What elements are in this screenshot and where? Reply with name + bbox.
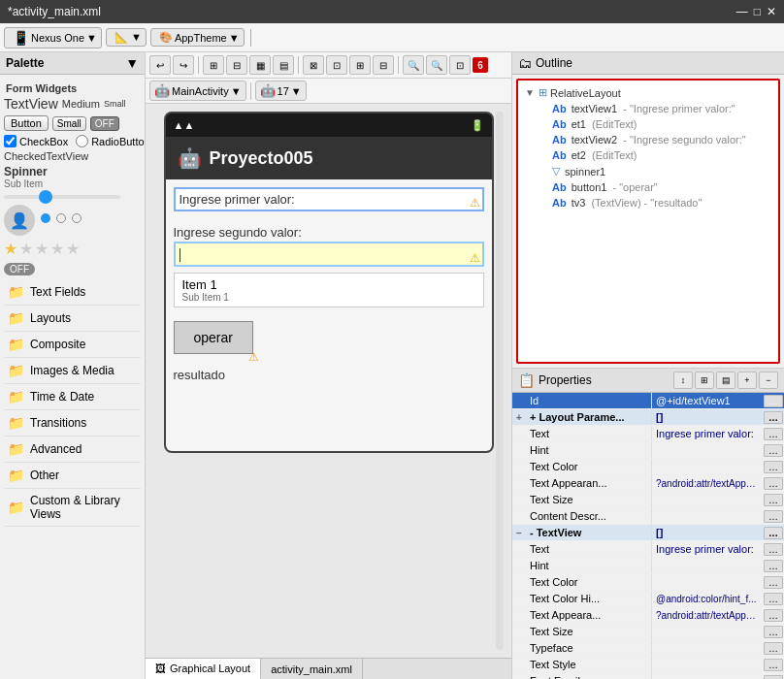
maximize-icon[interactable]: □ [754,5,761,18]
prop-more-textcolor2[interactable]: … [764,576,783,589]
checked-textview-widget[interactable]: CheckedTextView [4,150,141,162]
canvas-btn4[interactable]: ⊟ [226,55,247,75]
zoom-out-btn[interactable]: 🔍 [403,55,424,75]
category-advanced[interactable]: 📁 Advanced [4,436,141,463]
prop-more-textstyle[interactable]: … [764,659,783,671]
tree-item-et1[interactable]: Ab et1 (EditText) [522,116,774,132]
canvas-scroll[interactable]: ▲▲ 🔋 🤖 Proyecto005 Ingrese primer valor [146,104,511,658]
canvas-btn8[interactable]: ⊡ [326,55,347,75]
minimize-icon[interactable]: — [736,5,748,18]
prop-expand-layout[interactable]: + [512,412,526,423]
prop-row-id[interactable]: Id @+id/textView1 … [512,393,784,409]
device-selector[interactable]: 📱 Nexus One ▼ [4,27,102,48]
prop-more-hint2[interactable]: … [764,560,783,572]
category-transitions[interactable]: 📁 Transitions [4,410,141,436]
prop-more-text1[interactable]: … [764,428,783,440]
category-time-date[interactable]: 📁 Time & Date [4,384,141,410]
seekbar-widget[interactable] [4,195,120,199]
palette-toggle[interactable]: ▼ [125,55,139,71]
prop-row-textsize2[interactable]: Text Size … [512,624,784,640]
tree-item-et2[interactable]: Ab et2 (EditText) [522,147,774,163]
category-composite[interactable]: 📁 Composite [4,332,141,358]
prop-row-text1[interactable]: Text Ingrese primer valor: … [512,426,784,442]
prop-more-typeface[interactable]: … [764,642,783,655]
activity-selector[interactable]: 🤖 MainActivity ▼ [149,81,246,101]
tree-item-spinner1[interactable]: ▽ spinner1 [522,163,774,179]
tree-item-textview1[interactable]: Ab textView1 - "Ingrese primer valor:" [522,101,774,116]
prop-row-text2[interactable]: Text Ingrese primer valor: … [512,541,784,558]
prop-row-typeface[interactable]: Typeface … [512,640,784,657]
prop-row-textcolor1[interactable]: Text Color … [512,459,784,475]
tree-item-tv3[interactable]: Ab tv3 (TextView) - "resultado" [522,195,774,210]
prop-row-textappear1[interactable]: Text Appearan... ?android:attr/textAppea… [512,475,784,492]
props-sort-btn[interactable]: ↕ [673,372,693,389]
canvas-btn6[interactable]: ▤ [273,55,294,75]
prop-more-textappear2[interactable]: … [764,609,783,622]
prop-more-textcolor1[interactable]: … [764,461,783,473]
tab-xml[interactable]: activity_main.xml [261,659,363,679]
canvas-btn7[interactable]: ⊠ [303,55,324,75]
prop-row-textstyle[interactable]: Text Style … [512,657,784,673]
prop-more-text2[interactable]: … [764,543,783,556]
prop-row-textcolorhint[interactable]: Text Color Hi... @android:color/hint_f..… [512,591,784,607]
radio-widget[interactable]: RadioButton [76,135,145,147]
input2-field[interactable] [174,242,484,267]
canvas-btn2[interactable]: ↪ [173,55,194,75]
prop-more-textcolorhint[interactable]: … [764,593,783,605]
off-widget[interactable]: OFF [90,116,119,131]
input1-field[interactable]: Ingrese primer valor: [174,187,484,211]
props-remove-btn[interactable]: − [759,372,778,389]
small-widget[interactable]: Small [52,116,86,131]
prop-more-id[interactable]: … [764,395,783,407]
zoom-in-btn[interactable]: 🔍 [426,55,447,75]
orientation-btn[interactable]: 📐 ▼ [106,28,147,47]
tree-item-relative-layout[interactable]: ▼ ⊞ RelativeLayout [522,84,774,101]
prop-more-hint1[interactable]: … [764,444,783,457]
category-custom-library[interactable]: 📁 Custom & Library Views [4,489,141,527]
category-text-fields[interactable]: 📁 Text Fields [4,279,141,306]
category-other[interactable]: 📁 Other [4,463,141,489]
props-add-btn[interactable]: + [737,372,757,389]
close-icon[interactable]: ✕ [767,5,776,18]
api-selector[interactable]: 🤖 17 ▼ [255,81,307,101]
prop-row-hint2[interactable]: Hint … [512,558,784,574]
prop-more-textsize1[interactable]: … [764,494,783,506]
tree-item-button1[interactable]: Ab button1 - "operar" [522,179,774,195]
prop-expand-textview-sec[interactable]: − [512,528,526,538]
prop-row-fontfamily[interactable]: Font Family … [512,673,784,679]
tab-graphical-layout[interactable]: 🖼 Graphical Layout [146,659,261,679]
canvas-scrollbar[interactable] [496,112,504,650]
prop-row-textsize1[interactable]: Text Size … [512,492,784,508]
prop-row-contentdescr[interactable]: Content Descr... … [512,508,784,525]
category-images-media[interactable]: 📁 Images & Media [4,358,141,384]
spinner-widget[interactable]: Spinner [4,165,141,178]
tree-item-textview2[interactable]: Ab textView2 - "Ingrese segundo valor:" [522,132,774,147]
textview-large[interactable]: TextView [4,96,58,112]
prop-more-contentdescr[interactable]: … [764,510,783,523]
textview-small[interactable]: Small [104,99,126,109]
prop-row-textappear2[interactable]: Text Appeara... ?android:attr/textAppear… [512,607,784,624]
checkbox-widget[interactable]: CheckBox [4,135,68,147]
prop-row-textview-section[interactable]: − - TextView [] … [512,525,784,541]
operar-button[interactable]: operar [174,321,253,354]
prop-more-textappear1[interactable]: … [764,477,783,490]
canvas-btn10[interactable]: ⊟ [373,55,394,75]
prop-row-hint1[interactable]: Hint … [512,442,784,459]
theme-selector[interactable]: 🎨 AppTheme ▼ [150,28,245,47]
prop-more-fontfamily[interactable]: … [764,675,783,680]
category-layouts[interactable]: 📁 Layouts [4,306,141,332]
button-widget[interactable]: Button [4,115,49,131]
prop-more-textview-sec[interactable]: … [764,527,783,539]
props-filter-btn[interactable]: ⊞ [695,372,714,389]
prop-more-textsize2[interactable]: … [764,626,783,638]
textview-medium[interactable]: Medium [62,98,100,110]
prop-row-layout-params[interactable]: + + Layout Parame... [] … [512,409,784,426]
canvas-btn5[interactable]: ▦ [249,55,271,75]
ratingbar-widget[interactable]: ★ ★ ★ ★ ★ [4,240,141,258]
canvas-btn3[interactable]: ⊞ [203,55,224,75]
canvas-btn11[interactable]: ⊡ [449,55,471,75]
props-tree-btn[interactable]: ▤ [716,372,735,389]
avatar-widget[interactable]: 👤 [4,205,35,236]
canvas-btn9[interactable]: ⊞ [349,55,371,75]
radio-input[interactable] [76,135,88,147]
